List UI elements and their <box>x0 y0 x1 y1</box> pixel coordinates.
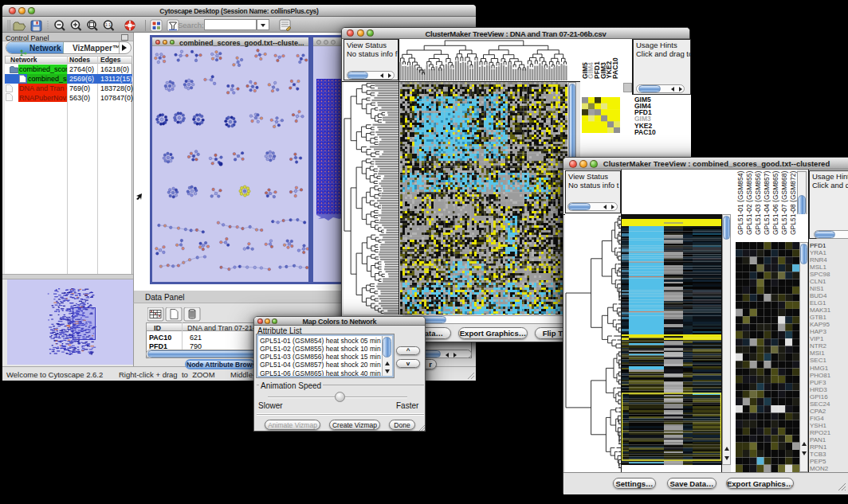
svg-text:GPL51-07 (GSM868): GPL51-07 (GSM868) <box>780 171 788 235</box>
svg-text:GPL51-01 (GSM854): GPL51-01 (GSM854) <box>736 171 744 235</box>
svg-text:GPL51-02 (GSM855): GPL51-02 (GSM855) <box>745 171 753 235</box>
svg-text:1:1: 1:1 <box>105 22 111 27</box>
svg-text:GPL51-08 (GSM872): GPL51-08 (GSM872) <box>789 171 797 235</box>
svg-text:GPL51-03 (GSM856): GPL51-03 (GSM856) <box>754 171 762 235</box>
svg-text:PAC10: PAC10 <box>611 57 619 79</box>
svg-text:GPL51-04 (GSM857): GPL51-04 (GSM857) <box>763 171 771 235</box>
svg-text:GPL51-06 (GSM865): GPL51-06 (GSM865) <box>771 171 779 235</box>
